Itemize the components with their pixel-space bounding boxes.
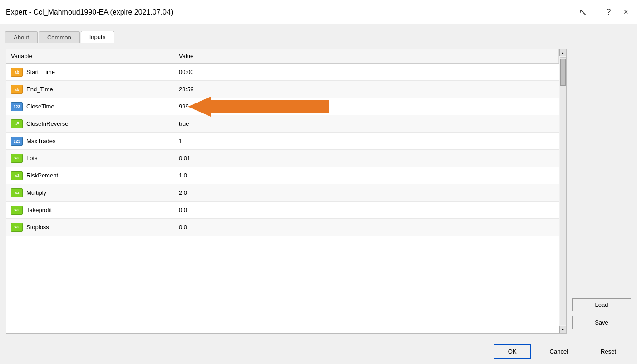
- variable-name: Lots: [26, 155, 38, 162]
- table-row[interactable]: v/2 RiskPercent 1.0: [6, 167, 559, 184]
- variable-name: Multiply: [26, 189, 46, 196]
- cell-variable: 123 CloseTime: [6, 99, 174, 114]
- cancel-button[interactable]: Cancel: [536, 344, 582, 359]
- type-icon-ab: ab: [11, 85, 23, 94]
- cell-variable: v/2 Lots: [6, 151, 174, 166]
- header-value: Value: [174, 49, 559, 63]
- arrow-body: [211, 100, 329, 113]
- cell-variable: 123 MaxTrades: [6, 134, 174, 148]
- variable-name: RiskPercent: [26, 172, 58, 179]
- save-button[interactable]: Save: [572, 316, 631, 329]
- arrow-annotation: [188, 97, 329, 117]
- type-icon-v2: v/2: [11, 206, 23, 215]
- type-icon-ab: ab: [11, 68, 23, 77]
- cell-value[interactable]: 00:00: [174, 66, 559, 78]
- type-icon-123: 123: [11, 102, 23, 111]
- scroll-thumb[interactable]: [560, 59, 566, 86]
- tab-common[interactable]: Common: [39, 31, 80, 43]
- cursor-icon: ↖: [579, 6, 587, 18]
- load-button[interactable]: Load: [572, 298, 631, 311]
- type-icon-v2: v/2: [11, 171, 23, 180]
- parameters-table: Variable Value ab Start_Time 00:00: [6, 49, 559, 333]
- title-bar: Expert - Cci_Mahmoud1990-EA (expire 2021…: [0, 0, 637, 24]
- table-row[interactable]: 123 MaxTrades 1: [6, 133, 559, 150]
- header-variable: Variable: [6, 49, 174, 63]
- cell-value[interactable]: 23:59: [174, 83, 559, 95]
- type-icon-123: 123: [11, 137, 23, 146]
- table-row[interactable]: v/2 Lots 0.01: [6, 150, 559, 167]
- table-row[interactable]: ↗ CloseInReverse true: [6, 115, 559, 133]
- type-icon-v2: v/2: [11, 154, 23, 163]
- cell-value[interactable]: 1: [174, 135, 559, 147]
- type-icon-v2: v/2: [11, 223, 23, 232]
- scrollbar[interactable]: ▲ ▼: [559, 49, 566, 333]
- variable-name: Start_Time: [26, 69, 55, 75]
- cell-variable: v/2 Stoploss: [6, 220, 174, 235]
- table-header: Variable Value: [6, 49, 559, 64]
- scroll-up-button[interactable]: ▲: [559, 49, 567, 56]
- tab-inputs[interactable]: Inputs: [81, 31, 114, 43]
- tab-about[interactable]: About: [5, 31, 38, 43]
- reset-button[interactable]: Reset: [587, 344, 630, 359]
- variable-name: End_Time: [26, 86, 53, 93]
- cell-value[interactable]: 0.0: [174, 221, 559, 233]
- cell-value[interactable]: 0.0: [174, 204, 559, 216]
- type-icon-v2: v/2: [11, 188, 23, 197]
- scroll-down-button[interactable]: ▼: [559, 326, 567, 333]
- arrow-head: [188, 97, 211, 117]
- close-button[interactable]: ×: [621, 6, 631, 18]
- help-button[interactable]: ?: [603, 6, 613, 18]
- variable-name: Stoploss: [26, 224, 49, 231]
- table-row[interactable]: v/2 Multiply 2.0: [6, 184, 559, 202]
- cell-variable: ↗ CloseInReverse: [6, 117, 174, 131]
- expert-dialog: Expert - Cci_Mahmoud1990-EA (expire 2021…: [0, 0, 637, 364]
- cell-value[interactable]: 999: [174, 100, 559, 113]
- cell-value[interactable]: 0.01: [174, 152, 559, 164]
- table-row[interactable]: 123 CloseTime 999: [6, 98, 559, 115]
- variable-name: MaxTrades: [26, 138, 56, 144]
- ok-button[interactable]: OK: [494, 344, 531, 359]
- tabs-bar: About Common Inputs: [0, 24, 637, 43]
- cell-variable: ab Start_Time: [6, 65, 174, 79]
- bottom-bar: OK Cancel Reset: [0, 339, 637, 364]
- window-title: Expert - Cci_Mahmoud1990-EA (expire 2021…: [6, 8, 579, 16]
- table-row[interactable]: v/2 Stoploss 0.0: [6, 219, 559, 236]
- variable-name: CloseTime: [26, 103, 54, 110]
- cell-variable: ab End_Time: [6, 82, 174, 97]
- content-area: Variable Value ab Start_Time 00:00: [0, 43, 637, 339]
- cell-variable: v/2 Multiply: [6, 186, 174, 200]
- table-body: ab Start_Time 00:00 ab End_Time 23:59: [6, 64, 559, 333]
- cell-value[interactable]: 1.0: [174, 169, 559, 182]
- variable-name: CloseInReverse: [26, 120, 69, 127]
- table-row[interactable]: v/2 Takeprofit 0.0: [6, 202, 559, 219]
- table-row[interactable]: ab End_Time 23:59: [6, 81, 559, 98]
- cell-value[interactable]: true: [174, 118, 559, 130]
- table-row[interactable]: ab Start_Time 00:00: [6, 64, 559, 81]
- scroll-track[interactable]: [560, 57, 566, 325]
- cell-variable: v/2 Takeprofit: [6, 203, 174, 217]
- side-buttons-panel: Load Save: [572, 49, 631, 334]
- variable-name: Takeprofit: [26, 207, 52, 213]
- table-container: Variable Value ab Start_Time 00:00: [6, 49, 567, 334]
- type-icon-reverse: ↗: [11, 119, 23, 128]
- cell-variable: v/2 RiskPercent: [6, 168, 174, 183]
- cell-value[interactable]: 2.0: [174, 187, 559, 199]
- title-buttons: ↖ ? ×: [579, 6, 631, 18]
